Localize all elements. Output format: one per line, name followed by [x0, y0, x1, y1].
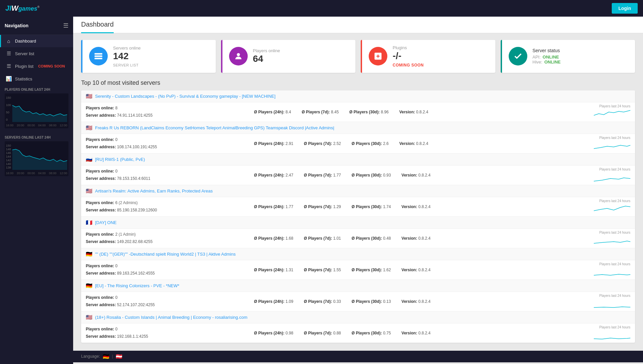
flag-de[interactable]: 🇩🇪: [103, 353, 109, 360]
page-header: Dashboard: [73, 17, 643, 33]
server-name-row[interactable]: 🇩🇪 [EU] - The Rising Colonizers - PVE - …: [81, 280, 635, 292]
server-name: Artisan's Realm: Active Admins, Earn Ran…: [95, 188, 213, 193]
sidebar-item-dashboard[interactable]: ⌂ Dashboard: [0, 35, 73, 47]
server-name: [DAY] ONE: [95, 220, 117, 225]
api-row: API: ONLINE: [533, 55, 629, 60]
plugins-label: Plugins: [393, 45, 489, 50]
table-row: 🇺🇸 (18+) Rosalia - Custom Islands | Anim…: [81, 311, 635, 343]
players-chart-svg: [12, 95, 67, 122]
hive-row: Hive: ONLINE: [533, 60, 629, 64]
sidebar-item-pluginlist[interactable]: ☰ Plugin list COMING SOON: [0, 60, 73, 72]
players-chart-container: PLAYERS ONLINE LAST 24H 150 100 50 0: [0, 85, 73, 133]
stat-card-players: Players online 64: [221, 40, 356, 73]
flag-icon: 🇺🇸: [86, 188, 92, 194]
flag-at[interactable]: 🇦🇹: [116, 353, 122, 360]
server-name: [RU] RWS-1 (Public, PvE): [95, 157, 145, 162]
avg-24h: Ø Players (24h): 8.4: [254, 110, 291, 114]
server-name-row[interactable]: 🇺🇸 Artisan's Realm: Active Admins, Earn …: [81, 185, 635, 197]
flag-icon: 🇺🇸: [86, 93, 92, 99]
server-name-row[interactable]: 🇷🇺 [RU] RWS-1 (Public, PvE): [81, 154, 635, 166]
nav-label-statistics: Statistics: [15, 76, 32, 81]
chart-label: Players last 24 hours: [590, 104, 630, 108]
table-row: 🇺🇸 Artisan's Realm: Active Admins, Earn …: [81, 185, 635, 217]
sidebar-item-statistics[interactable]: 📊 Statistics: [0, 72, 73, 85]
svg-point-3: [237, 53, 240, 56]
players-info: Players online 64: [253, 48, 349, 64]
players-detail: Players online: 8: [86, 105, 254, 112]
api-status: ONLINE: [543, 55, 559, 60]
svg-rect-1: [94, 56, 102, 57]
server-details: Players online: 0 Server address: 108.17…: [81, 134, 635, 153]
table-row: 🇫🇷 [DAY] ONE Players online: 2 (1 Admin)…: [81, 217, 635, 248]
server-name: Serenity - Custom Landscapes - (No PvP) …: [95, 94, 276, 99]
hamburger-icon[interactable]: ☰: [63, 22, 68, 29]
server-details: Players online: 8 Server address: 74.91.…: [81, 102, 635, 122]
server-chart: Players last 24 hours: [590, 136, 630, 151]
topbar: JIWgames® Login: [0, 0, 643, 17]
server-mini-chart-svg: [594, 109, 630, 119]
server-chart: Players last 24 hours: [590, 104, 630, 120]
main-content: Dashboard Servers online 142 SERVER LIST: [73, 17, 643, 364]
servers-info: Servers online 142 SERVER LIST: [113, 46, 209, 67]
players-value: 64: [253, 53, 349, 64]
table-row: 🇩🇪 "" (DE) ""(GER)"" -Deutschland spielt…: [81, 248, 635, 280]
players-chart: 150 100 50 0 16:00 20:00 00: [5, 93, 68, 128]
servers-label: Servers online: [113, 46, 209, 51]
login-button[interactable]: Login: [612, 3, 638, 14]
avg-7d: Ø Players (7d): 8.45: [302, 110, 338, 114]
plugins-info: Plugins -/- COMING SOON: [393, 45, 489, 67]
layout: Navigation ☰ ⌂ Dashboard ☰ Server list ☰…: [0, 17, 643, 364]
content-area: Top 10 of most visited servers 🇺🇸 Sereni…: [73, 79, 643, 351]
server-name: [EU] - The Rising Colonizers - PVE - *NE…: [95, 283, 179, 288]
servers-table: 🇺🇸 Serenity - Custom Landscapes - (No Pv…: [81, 90, 635, 343]
nav-label-pluginlist: Plugin list: [15, 64, 34, 69]
server-name-row[interactable]: 🇺🇸 (18+) Rosalia - Custom Islands | Anim…: [81, 311, 635, 323]
players-chart-times: 16:00 20:00 00:00 04:00 08:00 12:00: [6, 124, 67, 127]
sidebar-item-serverlist[interactable]: ☰ Server list: [0, 47, 73, 60]
version: Version: 0.8.2.4: [399, 110, 428, 114]
players-icon: [229, 47, 248, 65]
servers-chart-svg: [12, 143, 67, 170]
status-icon: [509, 47, 527, 65]
api-label: API:: [533, 55, 541, 60]
table-row: 🇩🇪 [EU] - The Rising Colonizers - PVE - …: [81, 280, 635, 311]
plugins-icon: [369, 47, 387, 65]
plugins-value: -/-: [393, 50, 489, 61]
stat-card-plugins: Plugins -/- COMING SOON: [361, 40, 495, 73]
server-stats: Ø Players (24h): 2.91 Ø Players (7d): 2.…: [254, 141, 590, 146]
stats-grid: Servers online 142 SERVER LIST Players o…: [73, 33, 643, 79]
server-name-row[interactable]: 🇫🇷 [DAY] ONE: [81, 217, 635, 229]
table-row: 🇷🇺 [RU] RWS-1 (Public, PvE) Players onli…: [81, 154, 635, 185]
servers-chart: 150 148 146 144 142 140 138: [5, 141, 68, 176]
avg-30d: Ø Players (30d): 8.96: [349, 110, 389, 114]
sidebar-header: Navigation ☰: [0, 17, 73, 35]
server-name-row[interactable]: 🇩🇪 "" (DE) ""(GER)"" -Deutschland spielt…: [81, 248, 635, 260]
plugin-icon: ☰: [6, 63, 12, 69]
stat-card-status: Server status API: ONLINE Hive: ONLINE: [501, 40, 635, 73]
server-name-row[interactable]: 🇺🇸 Serenity - Custom Landscapes - (No Pv…: [81, 90, 635, 102]
server-name: "" (DE) ""(GER)"" -Deutschland spielt Ri…: [95, 252, 236, 257]
servers-chart-label: SERVERS ONLINE LAST 24H: [5, 136, 68, 139]
logo-text: JIWgames®: [5, 4, 40, 13]
stat-card-servers: Servers online 142 SERVER LIST: [81, 40, 216, 73]
sidebar-title: Navigation: [5, 23, 29, 28]
server-name-row[interactable]: 🇺🇸 Freaks R Us REBORN (LandClaims Econom…: [81, 122, 635, 134]
stats-icon: 📊: [6, 76, 12, 82]
coming-soon-badge: COMING SOON: [38, 64, 65, 68]
status-label: Server status: [533, 48, 629, 53]
table-row: 🇺🇸 Serenity - Custom Landscapes - (No Pv…: [81, 90, 635, 122]
list-icon: ☰: [6, 51, 12, 57]
hive-label: Hive:: [533, 60, 543, 64]
home-icon: ⌂: [6, 38, 12, 44]
server-details: Players online: 0 Server address: 78.153…: [81, 166, 635, 185]
language-label: Language:: [81, 354, 100, 359]
server-name: (18+) Rosalia - Custom Islands | Animal …: [95, 315, 247, 320]
footer: Language: 🇩🇪 | 🇦🇹: [73, 351, 643, 362]
flag-icon: 🇫🇷: [86, 219, 92, 226]
sidebar: Navigation ☰ ⌂ Dashboard ☰ Server list ☰…: [0, 17, 73, 364]
servers-sub: SERVER LIST: [113, 63, 209, 67]
flag-icon: 🇩🇪: [86, 283, 92, 289]
page-title: Dashboard: [81, 21, 114, 33]
players-chart-label: PLAYERS ONLINE LAST 24H: [5, 88, 68, 91]
section-title: Top 10 of most visited servers: [81, 79, 635, 86]
